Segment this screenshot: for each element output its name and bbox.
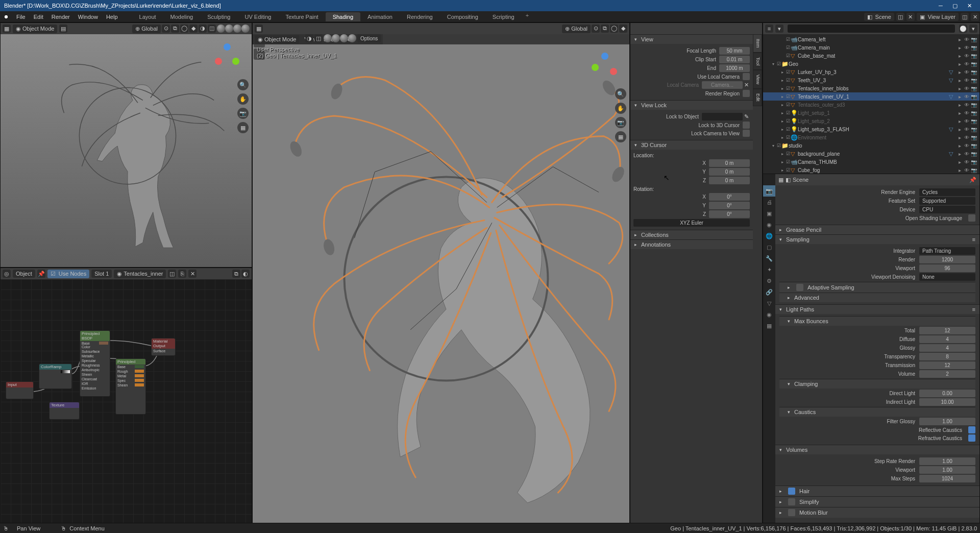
minimize-button[interactable]: ─: [934, 2, 947, 10]
pin-icon[interactable]: 📌: [969, 177, 976, 183]
hide-render-icon[interactable]: 📷: [970, 143, 977, 149]
device-dropdown[interactable]: CPU: [919, 206, 975, 213]
workspace-layout[interactable]: Layout: [132, 12, 163, 21]
loc-z-input[interactable]: 0 m: [709, 177, 750, 184]
hide-select-icon[interactable]: ▸: [956, 127, 963, 132]
hide-viewport-icon[interactable]: 👁: [963, 69, 970, 75]
volumes-header[interactable]: Volumes: [775, 445, 979, 454]
hide-select-icon[interactable]: ▸: [956, 143, 963, 149]
display-mode-icon[interactable]: ▾: [775, 25, 783, 33]
maxbounces-header[interactable]: Max Bounces: [779, 316, 975, 326]
rendered-shading-icon[interactable]: [241, 25, 250, 33]
hide-viewport-icon[interactable]: 👁: [963, 127, 970, 132]
expand-toggle-icon[interactable]: ▸: [779, 160, 786, 164]
visibility-checkbox-icon[interactable]: ☑: [776, 61, 781, 66]
hide-viewport-icon[interactable]: 👁: [963, 94, 970, 100]
motionblur-header[interactable]: Motion Blur: [775, 507, 979, 518]
hide-render-icon[interactable]: 📷: [970, 118, 977, 124]
hide-viewport-icon[interactable]: 👁: [963, 45, 970, 51]
hide-viewport-icon[interactable]: 👁: [963, 61, 970, 67]
prop-tab-render[interactable]: 📷: [763, 185, 775, 197]
hide-render-icon[interactable]: 📷: [970, 69, 977, 75]
scene-dropdown[interactable]: ◧Scene: [864, 13, 894, 21]
gizmo-x-icon[interactable]: [215, 58, 222, 65]
hide-select-icon[interactable]: ▸: [956, 135, 963, 140]
node-principled-2[interactable]: Principled Base Rough Metal Spec Sheen: [115, 358, 146, 415]
shading-mode-selector[interactable]: [217, 25, 250, 33]
hide-render-icon[interactable]: 📷: [970, 86, 977, 91]
hide-select-icon[interactable]: ▸: [956, 61, 963, 67]
visibility-checkbox-icon[interactable]: ☑: [786, 127, 791, 132]
outliner-row[interactable]: ▸☑▽background_plane▽▸👁📷: [763, 150, 979, 158]
localcam-field-input[interactable]: Camera...: [702, 81, 743, 89]
indirectlight-input[interactable]: 10.00: [919, 398, 975, 406]
workspace-shading[interactable]: Shading: [326, 12, 360, 21]
matprev-shading-icon[interactable]: [340, 34, 348, 42]
workspace-rendering[interactable]: Rendering: [400, 12, 440, 21]
matprev-shading-icon[interactable]: [233, 25, 241, 33]
hide-render-icon[interactable]: 📷: [970, 151, 977, 157]
mode-dropdown[interactable]: ◉Object Mode: [255, 35, 299, 44]
expand-toggle-icon[interactable]: ▸: [779, 70, 786, 75]
gizmo-x-icon[interactable]: [610, 68, 617, 75]
hide-render-icon[interactable]: 📷: [970, 37, 977, 42]
node-material-output[interactable]: Material Output Surface: [151, 338, 176, 356]
menu-help[interactable]: Help: [102, 14, 122, 20]
hide-viewport-icon[interactable]: 👁: [963, 159, 970, 165]
stepvp-input[interactable]: 1.00: [919, 466, 975, 474]
prop-tab-physics[interactable]: ⚙: [763, 275, 775, 286]
expand-toggle-icon[interactable]: ▸: [779, 152, 786, 156]
use-nodes-toggle[interactable]: ☑Use Nodes: [47, 270, 89, 278]
xray-icon[interactable]: ◫: [314, 34, 323, 42]
options-dropdown[interactable]: Options: [357, 34, 381, 42]
snap-icon[interactable]: ⧉: [601, 25, 609, 33]
clipstart-input[interactable]: 0.01 m: [719, 56, 750, 63]
hide-render-icon[interactable]: 📷: [970, 110, 977, 116]
node-colorramp[interactable]: ColorRamp: [39, 364, 72, 389]
total-input[interactable]: 12: [919, 327, 975, 334]
expand-toggle-icon[interactable]: ▸: [779, 103, 786, 107]
hide-render-icon[interactable]: 📷: [970, 159, 977, 165]
visibility-checkbox-icon[interactable]: ☑: [786, 86, 791, 91]
pan-tool-icon[interactable]: ✋: [237, 93, 249, 105]
adaptive-header[interactable]: Adaptive Sampling: [779, 282, 975, 293]
hide-render-icon[interactable]: 📷: [970, 127, 977, 132]
filter-settings-icon[interactable]: ▾: [969, 25, 977, 33]
expand-toggle-icon[interactable]: ▾: [770, 62, 776, 66]
visibility-checkbox-icon[interactable]: ☑: [786, 159, 791, 164]
hide-render-icon[interactable]: 📷: [970, 167, 977, 173]
workspace-scripting[interactable]: Scripting: [485, 12, 522, 21]
transparency-input[interactable]: 8: [919, 353, 975, 360]
outliner-row[interactable]: ▸☑▽Tentacles_inner_blobs▸👁📷: [763, 84, 979, 92]
steprender-input[interactable]: 1.00: [919, 457, 975, 465]
hair-checkbox[interactable]: [788, 488, 795, 495]
outliner-row[interactable]: ▸☑▽Teeth_UV_3▽▸👁📷: [763, 76, 979, 84]
zoom-tool-icon[interactable]: 🔍: [615, 88, 626, 100]
expand-toggle-icon[interactable]: ▸: [779, 127, 786, 132]
outliner-row[interactable]: ▸☑🌐Environment▸👁📷: [763, 133, 979, 141]
scene-new-button[interactable]: ◫: [896, 13, 904, 21]
solid-shading-icon[interactable]: [225, 25, 233, 33]
viewport-main-canvas[interactable]: [253, 44, 629, 532]
material-dropdown[interactable]: ◉Tentacles_inner: [114, 270, 166, 278]
diffuse-input[interactable]: 4: [919, 335, 975, 343]
renderregion-checkbox[interactable]: [743, 90, 750, 97]
wireframe-shading-icon[interactable]: [324, 34, 332, 42]
sampling-header[interactable]: Sampling≡: [775, 234, 979, 244]
outliner-row[interactable]: ☑📹Camera_left▸👁📷: [763, 35, 979, 43]
zoom-tool-icon[interactable]: 🔍: [237, 79, 249, 90]
hide-select-icon[interactable]: ▸: [956, 159, 963, 165]
npanel-annotations-header[interactable]: Annotations: [630, 239, 753, 249]
expand-toggle-icon[interactable]: ▾: [770, 143, 776, 148]
outliner-search-input[interactable]: [788, 25, 955, 33]
workspace-animation[interactable]: Animation: [360, 12, 400, 21]
simplify-header[interactable]: Simplify: [775, 496, 979, 507]
hide-select-icon[interactable]: ▸: [956, 45, 963, 51]
pivot-icon[interactable]: ⊙: [592, 25, 600, 33]
prop-tab-material[interactable]: ◉: [763, 309, 775, 320]
hide-select-icon[interactable]: ▸: [956, 53, 963, 59]
workspace-modeling[interactable]: Modeling: [163, 12, 201, 21]
hide-viewport-icon[interactable]: 👁: [963, 53, 970, 59]
maxsteps-input[interactable]: 1024: [919, 475, 975, 482]
visibility-checkbox-icon[interactable]: ☑: [786, 135, 791, 140]
